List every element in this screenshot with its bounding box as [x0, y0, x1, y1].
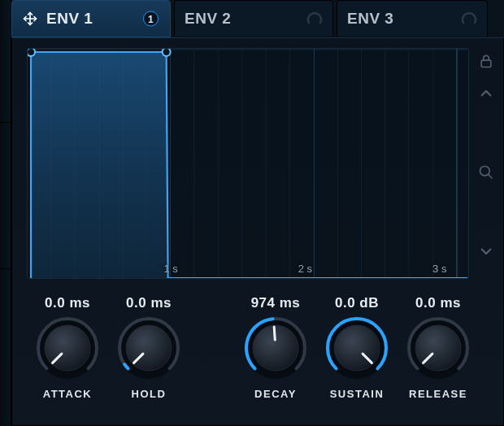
release-label: RELEASE — [409, 388, 467, 400]
svg-point-19 — [28, 49, 35, 56]
graph-side-controls — [472, 50, 500, 263]
attack-knob[interactable] — [36, 316, 99, 380]
search-icon[interactable] — [475, 161, 497, 184]
env-tabs: ENV 1 1 ENV 2 ENV 3 — [11, 0, 504, 37]
attack-value: 0.0 ms — [45, 295, 90, 311]
sustain-knob[interactable] — [325, 316, 389, 380]
lock-icon[interactable] — [475, 50, 497, 72]
sustain-label: SUSTAIN — [330, 388, 385, 400]
envelope-body: 1 s 2 s 3 s 0.0 ms — [11, 37, 504, 426]
release-value: 0.0 ms — [415, 295, 461, 311]
envelope-graph[interactable]: 1 s 2 s 3 s — [27, 48, 469, 279]
sustain-value: 0.0 dB — [335, 295, 379, 311]
attack-cell: 0.0 ms ATTACK — [27, 295, 108, 400]
chevron-down-icon[interactable] — [475, 240, 497, 263]
hold-label: HOLD — [132, 388, 167, 400]
attack-label: ATTACK — [43, 388, 93, 400]
envelope-panel: ENV 1 1 ENV 2 ENV 3 — [0, 0, 504, 426]
decay-value: 974 ms — [251, 295, 301, 311]
tab-env-1[interactable]: ENV 1 1 — [11, 0, 171, 37]
decay-label: DECAY — [254, 388, 297, 400]
svg-line-38 — [274, 327, 275, 340]
svg-point-22 — [480, 167, 490, 176]
svg-rect-21 — [481, 60, 491, 67]
modulation-count-badge[interactable]: 1 — [143, 11, 159, 27]
move-icon[interactable] — [22, 11, 38, 27]
knob-row: 0.0 ms ATTACK 0.0 ms — [27, 295, 489, 415]
tab-env-2[interactable]: ENV 2 — [174, 0, 333, 37]
hold-knob[interactable] — [117, 316, 180, 380]
tab-label: ENV 2 — [185, 10, 231, 28]
decay-knob[interactable] — [244, 316, 307, 380]
hold-value: 0.0 ms — [126, 295, 172, 311]
svg-line-23 — [489, 175, 493, 179]
modulation-ring-icon[interactable] — [459, 9, 479, 28]
left-rail — [0, 0, 11, 426]
decay-cell: 974 ms DECAY — [235, 295, 316, 400]
tab-label: ENV 3 — [347, 10, 393, 28]
tab-label: ENV 1 — [46, 10, 93, 28]
release-cell: 0.0 ms RELEASE — [398, 295, 479, 400]
hold-cell: 0.0 ms HOLD — [108, 295, 189, 400]
svg-point-20 — [163, 49, 171, 56]
modulation-ring-icon[interactable] — [305, 9, 324, 28]
sustain-cell: 0.0 dB SUSTAIN — [316, 295, 398, 400]
release-knob[interactable] — [406, 316, 470, 380]
chevron-up-icon[interactable] — [475, 82, 497, 105]
tab-env-3[interactable]: ENV 3 — [337, 0, 488, 37]
